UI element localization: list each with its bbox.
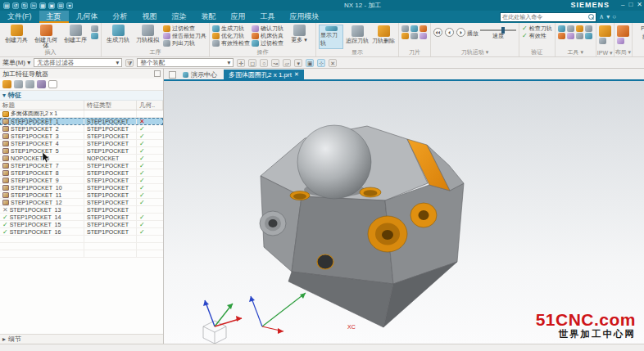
tool-icon-6[interactable]: [567, 33, 574, 39]
graphics-viewport[interactable]: XC: [164, 79, 644, 344]
edit-icon-1[interactable]: [401, 25, 409, 32]
teach-features-icon[interactable]: [14, 80, 23, 88]
select-circle-icon[interactable]: ○: [260, 59, 268, 67]
menu-tab-8[interactable]: 工具: [253, 11, 283, 23]
features-section-header[interactable]: ▾ 特征: [0, 91, 163, 101]
speed-slider-thumb[interactable]: [501, 27, 505, 34]
menu-tab-6[interactable]: 装配: [194, 11, 224, 23]
column-title[interactable]: 标题: [0, 101, 84, 110]
tool-icon-3[interactable]: [576, 25, 583, 32]
table-row[interactable]: 多面体圆圈孔2 x 1: [0, 110, 163, 118]
snap-point-icon[interactable]: ✛: [237, 59, 245, 67]
measure-icon[interactable]: ✕: [329, 59, 337, 67]
redo-icon[interactable]: ↻: [21, 2, 28, 9]
tool-icon-4[interactable]: [585, 25, 592, 32]
create-method-icon[interactable]: [91, 33, 98, 39]
select-face-icon[interactable]: ◻: [248, 59, 256, 67]
trace-toolpath-button[interactable]: 追踪刀轨: [345, 25, 370, 49]
edit-icon-6[interactable]: [420, 33, 427, 39]
menu-tab-3[interactable]: 分析: [106, 11, 135, 23]
table-row[interactable]: STEP1POCKET_3 STEP1POCKET ✓: [0, 133, 163, 140]
menu-tab-1[interactable]: 主页: [39, 11, 69, 23]
customize-dropdown-icon[interactable]: ▾: [66, 2, 73, 9]
table-row[interactable]: STEP1POCKET_9 STEP1POCKET ✓: [0, 177, 163, 184]
validity-check-button[interactable]: 有效性检查: [212, 40, 250, 47]
paste-icon[interactable]: ▣: [48, 2, 55, 9]
layout-small-icon[interactable]: [617, 38, 624, 44]
create-tool-button[interactable]: 创建刀具: [2, 25, 30, 49]
simulate-toolpath-button[interactable]: 刀轨模拟: [134, 25, 161, 49]
table-row[interactable]: STEP1POCKET_2 STEP1POCKET ✓: [0, 125, 163, 133]
table-row[interactable]: STEP1POCKET_5 STEP1POCKET ✓: [0, 147, 163, 155]
cut-icon[interactable]: ✂: [30, 2, 37, 9]
gouge-check-button[interactable]: 过切检查: [163, 25, 206, 32]
table-row[interactable]: ✓STEP1POCKET_14 STEP1POCKET ✓: [0, 214, 163, 221]
table-row[interactable]: ✓STEP1POCKET_16 STEP1POCKET ✓: [0, 228, 163, 236]
step-back-button[interactable]: ⏴: [445, 28, 454, 37]
tab-part-file[interactable]: 多面体圆圈孔2 x 1.prt ✕: [224, 70, 304, 79]
verify-toolpath-button[interactable]: 确认刀轨: [252, 25, 283, 32]
window-icon[interactable]: ⊞: [57, 2, 64, 9]
menu-tab-7[interactable]: 应用: [224, 11, 253, 23]
table-row[interactable]: STEP1POCKET_4 STEP1POCKET ✓: [0, 140, 163, 147]
command-finder[interactable]: [500, 12, 596, 22]
tool-icon-2[interactable]: [567, 25, 574, 32]
close-button[interactable]: ✕: [637, 1, 642, 8]
pc-panel-button[interactable]: PC铣处理 操作面板: [635, 25, 644, 49]
details-section-header[interactable]: ▸ 细节: [0, 334, 163, 344]
save-icon[interactable]: ▤: [3, 2, 10, 9]
column-feature-type[interactable]: 特征类型: [84, 101, 137, 110]
tab-close-icon[interactable]: ✕: [294, 71, 299, 78]
menu-button[interactable]: 菜单(M) ▾: [2, 58, 30, 67]
wcs-icon[interactable]: ⊹: [317, 59, 325, 67]
table-row[interactable]: STEP1POCKET_12 STEP1POCKET ✓: [0, 199, 163, 206]
select-curve-icon[interactable]: ↝: [271, 59, 279, 67]
speed-slider[interactable]: [480, 29, 516, 31]
table-row[interactable]: STEP1POCKET_7 STEP1POCKET ✓: [0, 162, 163, 169]
column-geometry[interactable]: 几何..: [137, 101, 163, 110]
filter-icon[interactable]: ⧩: [125, 59, 134, 67]
more-selection-icon[interactable]: ▾: [294, 59, 302, 67]
delete-toolpath-button[interactable]: 刀轨删除: [371, 25, 396, 49]
copy-icon[interactable]: ▦: [39, 2, 46, 9]
clipboard-icon[interactable]: [48, 80, 57, 88]
rewind-button[interactable]: ⏴⏴: [433, 28, 442, 37]
edit-icon-4[interactable]: [401, 33, 409, 39]
edit-icon-2[interactable]: [410, 25, 418, 32]
pin-panel-icon[interactable]: [169, 71, 176, 79]
restore-button[interactable]: □: [628, 1, 633, 8]
generate-toolpath-button[interactable]: 生成刀轨: [104, 25, 132, 49]
ribbon-options-icon[interactable]: ∧: [599, 13, 604, 20]
show-toolpath-button[interactable]: 显示刀轨: [319, 25, 343, 49]
3d-model-canvas[interactable]: XC: [164, 81, 644, 344]
tool-icon-7[interactable]: [576, 33, 583, 39]
table-row[interactable]: NOPOCKET_6 NOPOCKET ✓: [0, 155, 163, 162]
help-icon[interactable]: ○: [612, 13, 616, 20]
edit-icon-5[interactable]: [410, 33, 418, 39]
tab-demo-center[interactable]: 演示中心: [178, 70, 222, 79]
ipw-small-icon[interactable]: [599, 38, 606, 44]
menu-tab-9[interactable]: 应用模块: [283, 11, 327, 23]
menu-tab-0[interactable]: 文件(F): [0, 11, 39, 23]
minimize-button[interactable]: –: [621, 1, 624, 8]
table-row[interactable]: STEP1POCKET_11 STEP1POCKET ✓: [0, 191, 163, 199]
highlight-selection-icon[interactable]: ▣: [306, 59, 314, 67]
validity-option[interactable]: ✓ 有效性: [522, 33, 552, 39]
layout-icon[interactable]: [617, 25, 629, 37]
table-row[interactable]: ✓STEP1POCKET_15 STEP1POCKET ✓: [0, 221, 163, 228]
tool-icon-1[interactable]: [558, 25, 565, 32]
select-edge-icon[interactable]: ▱: [283, 59, 291, 67]
edit-icon-3[interactable]: [420, 25, 427, 32]
create-feature-process-icon[interactable]: [37, 80, 46, 88]
table-row[interactable]: STEP1POCKET_1 STEP1POCKET ✕: [0, 118, 163, 125]
table-row[interactable]: STEP1POCKET_10 STEP1POCKET ✓: [0, 184, 163, 191]
create-operation-button[interactable]: 创建工序: [61, 25, 89, 49]
undo-icon[interactable]: ↺: [12, 2, 19, 9]
menu-tab-2[interactable]: 几何体: [69, 11, 106, 23]
tool-icon-5[interactable]: [558, 33, 565, 39]
generate-button[interactable]: 生成刀轨: [212, 25, 250, 32]
more-dropdown-button[interactable]: 更多 ▾: [285, 25, 313, 49]
optimize-button[interactable]: 优化刀轨: [212, 33, 250, 39]
undock-icon[interactable]: [154, 70, 161, 77]
selection-filter-dropdown[interactable]: 无选择过滤器▾: [34, 58, 122, 67]
